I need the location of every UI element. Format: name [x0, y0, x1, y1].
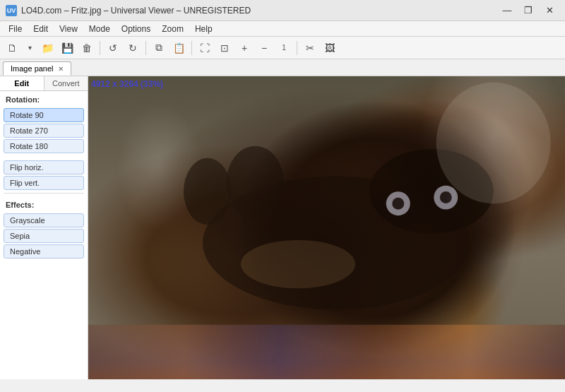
- menu-help[interactable]: Help: [189, 23, 218, 35]
- svg-point-11: [436, 83, 551, 204]
- menu-zoom[interactable]: Zoom: [156, 23, 189, 35]
- toolbar-fit[interactable]: ⛶: [196, 40, 214, 57]
- toolbar-actual[interactable]: ⊡: [215, 40, 234, 57]
- rotate-180-button[interactable]: Rotate 180: [4, 139, 84, 153]
- tab-image-panel[interactable]: Image panel ✕: [3, 61, 71, 76]
- tab-label: Image panel: [11, 64, 54, 73]
- sidebar-tab-convert[interactable]: Convert: [44, 76, 88, 90]
- svg-point-8: [440, 191, 452, 203]
- svg-point-10: [184, 158, 232, 225]
- window-controls: — ❐ ✕: [497, 3, 559, 18]
- sidebar-panel: Edit Convert Rotation: Rotate 90 Rotate …: [0, 76, 88, 379]
- toolbar-delete[interactable]: 🗑: [78, 40, 96, 57]
- toolbar-zoom-out[interactable]: −: [255, 40, 273, 57]
- menu-edit[interactable]: Edit: [28, 23, 54, 35]
- sidebar-tabs: Edit Convert: [0, 76, 88, 91]
- svg-rect-12: [88, 325, 565, 379]
- toolbar-undo[interactable]: ↺: [104, 40, 122, 57]
- sepia-button[interactable]: Sepia: [4, 229, 84, 243]
- tab-close-icon[interactable]: ✕: [58, 65, 64, 73]
- menu-file[interactable]: File: [3, 23, 28, 35]
- sidebar-tab-edit[interactable]: Edit: [0, 76, 44, 90]
- grayscale-button[interactable]: Grayscale: [4, 213, 84, 227]
- toolbar-paste[interactable]: 📋: [170, 40, 188, 57]
- toolbar-sep-2: [145, 41, 146, 55]
- menu-mode[interactable]: Mode: [83, 23, 116, 35]
- menubar: File Edit View Mode Options Zoom Help: [0, 21, 565, 37]
- rotate-90-button[interactable]: Rotate 90: [4, 108, 84, 122]
- svg-point-9: [227, 146, 284, 219]
- toolbar-frame[interactable]: 🖼: [321, 40, 339, 57]
- toolbar-sep-1: [100, 41, 100, 55]
- menu-options[interactable]: Options: [116, 23, 156, 35]
- svg-point-6: [392, 198, 404, 210]
- toolbar: 🗋 ▾ 📁 💾 🗑 ↺ ↻ ⧉ 📋 ⛶ ⊡ + − 1 ✂ 🖼: [0, 37, 565, 59]
- toolbar-crop[interactable]: ✂: [301, 40, 319, 57]
- close-button[interactable]: ✕: [540, 3, 559, 18]
- cat-image: [88, 76, 565, 379]
- main-area: Edit Convert Rotation: Rotate 90 Rotate …: [0, 76, 565, 379]
- toolbar-zoom-1[interactable]: 1: [275, 40, 293, 57]
- tabbar: Image panel ✕: [0, 59, 565, 76]
- toolbar-open[interactable]: 📁: [38, 40, 56, 57]
- menu-view[interactable]: View: [54, 23, 83, 35]
- toolbar-save[interactable]: 💾: [58, 40, 76, 57]
- effects-section-label: Effects:: [0, 196, 88, 212]
- app-icon: UV: [6, 5, 17, 16]
- flip-vertical-button[interactable]: Flip vert.: [4, 176, 84, 190]
- maximize-button[interactable]: ❐: [518, 3, 538, 18]
- rotate-270-button[interactable]: Rotate 270: [4, 124, 84, 138]
- toolbar-zoom-in[interactable]: +: [235, 40, 254, 57]
- toolbar-redo[interactable]: ↻: [124, 40, 142, 57]
- toolbar-copy[interactable]: ⧉: [150, 40, 168, 57]
- toolbar-sep-3: [191, 41, 192, 55]
- cat-svg: [88, 76, 565, 379]
- toolbar-new[interactable]: 🗋: [3, 40, 21, 57]
- sidebar-divider-1: [4, 193, 84, 194]
- svg-point-1: [241, 240, 355, 289]
- content-wrapper: Image panel ✕ Edit Convert Rotation: Rot…: [0, 59, 565, 392]
- rotation-section-label: Rotation:: [0, 91, 88, 107]
- minimize-button[interactable]: —: [497, 3, 517, 18]
- flip-horizontal-button[interactable]: Flip horiz.: [4, 160, 84, 174]
- image-area: 4912 x 3264 (33%): [88, 76, 565, 379]
- spacer-1: [0, 155, 88, 159]
- negative-button[interactable]: Negative: [4, 244, 84, 259]
- toolbar-new-dropdown[interactable]: ▾: [23, 40, 37, 57]
- toolbar-sep-4: [297, 41, 297, 55]
- titlebar: UV LO4D.com – Fritz.jpg – Universal View…: [0, 0, 565, 21]
- window-title: LO4D.com – Fritz.jpg – Universal Viewer …: [21, 6, 497, 16]
- image-info: 4912 x 3264 (33%): [91, 79, 163, 89]
